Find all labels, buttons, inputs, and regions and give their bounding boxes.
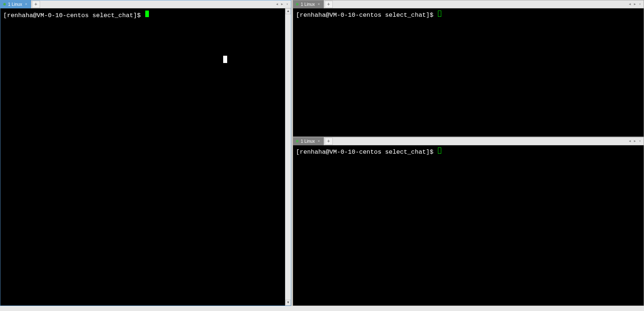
prompt-text: [renhaha@VM-0-10-centos select_chat]$ bbox=[296, 11, 437, 19]
close-icon[interactable]: × bbox=[318, 2, 320, 6]
tab-next-icon[interactable]: ▶ bbox=[633, 139, 637, 144]
tab-dropdown-icon[interactable]: ▾ bbox=[638, 2, 642, 7]
terminal-right-top[interactable]: [renhaha@VM-0-10-centos select_chat]$ bbox=[293, 8, 644, 137]
tab-nav-left: ◀ ▶ ▾ bbox=[275, 2, 291, 7]
main-split-area: 1 Linux × + ◀ ▶ ▾ [renhaha@VM-0-10-cento… bbox=[0, 0, 644, 306]
text-cursor-icon bbox=[223, 56, 227, 63]
scroll-track[interactable] bbox=[285, 14, 291, 300]
terminal-pane-right-top: 1 Linux × + ◀ ▶ ▾ [renhaha@VM-0-10-cento… bbox=[293, 0, 644, 137]
terminal-left[interactable]: [renhaha@VM-0-10-centos select_chat]$ bbox=[0, 8, 285, 306]
prompt-text: [renhaha@VM-0-10-centos select_chat]$ bbox=[3, 12, 145, 20]
tab-nav-right-top: ◀ ▶ ▾ bbox=[628, 2, 644, 7]
tab-prev-icon[interactable]: ◀ bbox=[628, 139, 632, 144]
tab-linux-left[interactable]: 1 Linux × bbox=[0, 0, 31, 8]
status-bar bbox=[0, 306, 644, 311]
prompt-line: [renhaha@VM-0-10-centos select_chat]$ bbox=[3, 11, 282, 20]
terminal-right-bottom[interactable]: [renhaha@VM-0-10-centos select_chat]$ bbox=[293, 145, 644, 306]
terminal-pane-left: 1 Linux × + ◀ ▶ ▾ [renhaha@VM-0-10-cento… bbox=[0, 0, 291, 306]
add-tab-button[interactable]: + bbox=[325, 1, 333, 8]
scrollbar-left[interactable]: ▲ ▼ bbox=[285, 8, 291, 306]
cursor-icon bbox=[438, 11, 441, 17]
close-icon[interactable]: × bbox=[318, 139, 320, 143]
status-dot-icon bbox=[3, 3, 6, 5]
tab-nav-right-bottom: ◀ ▶ ▾ bbox=[628, 139, 644, 144]
tab-linux-right-bottom[interactable]: 1 Linux × bbox=[293, 137, 324, 145]
tab-next-icon[interactable]: ▶ bbox=[633, 2, 637, 7]
tab-label: 1 Linux bbox=[301, 2, 315, 7]
terminal-pane-right-bottom: 1 Linux × + ◀ ▶ ▾ [renhaha@VM-0-10-cento… bbox=[293, 137, 644, 306]
cursor-icon bbox=[145, 11, 149, 17]
tab-bar-right-bottom: 1 Linux × + ◀ ▶ ▾ bbox=[293, 137, 644, 145]
tab-prev-icon[interactable]: ◀ bbox=[275, 2, 279, 7]
tab-bar-right-top: 1 Linux × + ◀ ▶ ▾ bbox=[293, 0, 644, 8]
tab-next-icon[interactable]: ▶ bbox=[280, 2, 284, 7]
status-dot-icon bbox=[296, 140, 299, 142]
add-tab-button[interactable]: + bbox=[325, 138, 333, 145]
prompt-text: [renhaha@VM-0-10-centos select_chat]$ bbox=[296, 148, 437, 156]
cursor-icon bbox=[438, 147, 441, 154]
add-tab-button[interactable]: + bbox=[32, 1, 40, 8]
terminal-wrap-left: [renhaha@VM-0-10-centos select_chat]$ ▲ … bbox=[0, 8, 291, 306]
scroll-down-icon[interactable]: ▼ bbox=[285, 300, 291, 306]
right-column: 1 Linux × + ◀ ▶ ▾ [renhaha@VM-0-10-cento… bbox=[293, 0, 644, 306]
scroll-up-icon[interactable]: ▲ bbox=[285, 8, 291, 14]
tab-label: 1 Linux bbox=[8, 2, 22, 7]
tab-prev-icon[interactable]: ◀ bbox=[628, 2, 632, 7]
prompt-line: [renhaha@VM-0-10-centos select_chat]$ bbox=[296, 147, 641, 156]
close-icon[interactable]: × bbox=[25, 2, 27, 6]
tab-dropdown-icon[interactable]: ▾ bbox=[638, 139, 642, 144]
prompt-line: [renhaha@VM-0-10-centos select_chat]$ bbox=[296, 11, 641, 19]
tab-bar-left: 1 Linux × + ◀ ▶ ▾ bbox=[0, 0, 291, 8]
tab-linux-right-top[interactable]: 1 Linux × bbox=[293, 0, 324, 8]
status-dot-icon bbox=[296, 3, 299, 5]
tab-dropdown-icon[interactable]: ▾ bbox=[285, 2, 289, 7]
tab-label: 1 Linux bbox=[301, 139, 315, 144]
